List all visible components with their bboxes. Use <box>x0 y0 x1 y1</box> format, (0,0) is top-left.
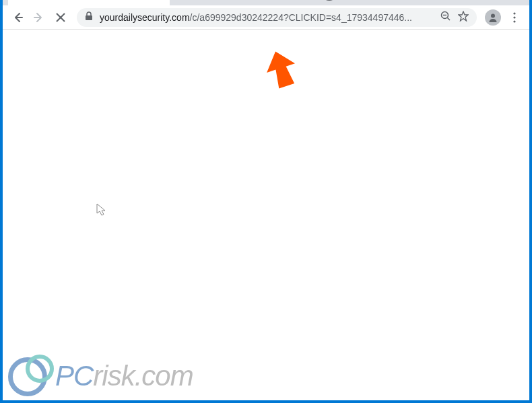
url-path: /c/a699929d30242224?CLICKID=s4_179344974… <box>190 12 412 23</box>
bookmark-button[interactable] <box>458 11 469 24</box>
address-bar[interactable]: yourdailysecurity.com/c/a699929d30242224… <box>77 8 477 27</box>
zoom-icon[interactable] <box>440 11 451 24</box>
window-close-button[interactable] <box>498 0 529 2</box>
avatar-icon <box>485 9 501 26</box>
tab-strip: https://www.yourdailysecurity.co <box>3 0 529 5</box>
watermark-rest: risk.com <box>93 360 193 392</box>
profile-button[interactable] <box>484 8 502 27</box>
url-text: yourdailysecurity.com/c/a699929d30242224… <box>100 12 434 23</box>
watermark-logo-icon <box>8 355 51 398</box>
watermark-text: PCrisk.com <box>55 360 193 392</box>
toolbar: yourdailysecurity.com/c/a699929d30242224… <box>3 5 529 30</box>
back-button[interactable] <box>8 8 27 27</box>
tab-search-button[interactable] <box>321 0 338 1</box>
svg-point-6 <box>513 16 515 18</box>
svg-point-7 <box>513 20 515 22</box>
watermark-prefix: PC <box>55 360 93 392</box>
svg-point-5 <box>513 12 515 14</box>
svg-point-4 <box>491 13 495 17</box>
window-controls-area <box>321 0 529 2</box>
url-domain: yourdailysecurity.com <box>100 12 190 23</box>
menu-button[interactable] <box>505 8 524 27</box>
lock-icon <box>85 11 93 24</box>
maximize-button[interactable] <box>467 0 498 2</box>
browser-tab[interactable]: https://www.yourdailysecurity.co <box>8 0 170 5</box>
page-content <box>3 30 529 400</box>
stop-loading-button[interactable] <box>51 8 70 27</box>
svg-rect-2 <box>86 15 92 20</box>
minimize-button[interactable] <box>436 0 467 2</box>
forward-button[interactable] <box>30 8 48 27</box>
watermark: PCrisk.com <box>8 355 193 398</box>
browser-window: https://www.yourdailysecurity.co <box>3 2 529 400</box>
new-tab-button[interactable] <box>174 0 193 4</box>
